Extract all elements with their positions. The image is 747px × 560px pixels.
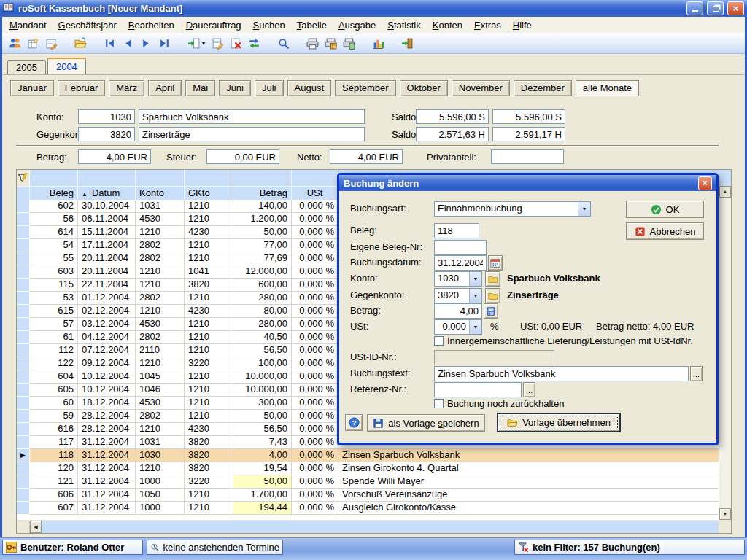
table-row-beleg-607[interactable]: 60731.12.200410001210194,440,000 %Ausgle… xyxy=(17,502,719,515)
betrag-field[interactable] xyxy=(78,149,151,164)
help-button[interactable]: ? xyxy=(345,414,363,431)
row-selector[interactable] xyxy=(17,226,30,239)
filter-cell-konto[interactable] xyxy=(136,170,185,186)
chevron-down-icon[interactable]: ▼ xyxy=(578,202,590,216)
restore-button[interactable] xyxy=(707,1,724,15)
dialog-betrag-field[interactable] xyxy=(434,303,482,319)
month-oktober[interactable]: Oktober xyxy=(400,80,448,96)
menu-tabelle[interactable]: Tabelle xyxy=(291,18,333,32)
chevron-down-icon[interactable]: ▼ xyxy=(469,289,481,303)
ust-combo[interactable]: 0,000 ▼ xyxy=(434,319,482,335)
nav-last-icon[interactable] xyxy=(155,35,174,52)
form-edit-icon[interactable] xyxy=(42,35,61,52)
dialog-gegenkonto-combo[interactable]: 3820 ▼ xyxy=(434,288,482,303)
row-selector[interactable] xyxy=(17,252,30,265)
row-selector[interactable] xyxy=(17,344,30,357)
scrollbar-track[interactable] xyxy=(42,521,719,533)
print-list-icon[interactable] xyxy=(322,35,340,52)
menu-ausgabe[interactable]: Ausgabe xyxy=(333,18,382,32)
column-header-betrag[interactable]: Betrag xyxy=(233,187,292,200)
table-row-beleg-606[interactable]: 60631.12.2004105012101.700,000,000 %Vors… xyxy=(17,489,719,502)
minimize-button[interactable] xyxy=(686,1,703,15)
dialog-close-icon[interactable]: × xyxy=(698,176,712,190)
close-button[interactable]: × xyxy=(727,1,744,15)
table-horizontal-scrollbar[interactable]: ◀ ▶ xyxy=(17,520,731,533)
month-alle-monate[interactable]: alle Monate xyxy=(576,80,639,96)
table-row-beleg-118[interactable]: ▶11831.12.2004103038204,000,000 %Zinsen … xyxy=(17,449,719,462)
ok-button[interactable]: OK xyxy=(626,201,704,218)
filter-cell-ust[interactable] xyxy=(292,170,338,186)
konto-name-field[interactable] xyxy=(139,109,365,124)
table-row-beleg-121[interactable]: 12131.12.20041000322050,000,000 %Spende … xyxy=(17,475,719,489)
innergemeinschaftlich-checkbox[interactable] xyxy=(434,336,444,346)
column-header-gkto[interactable]: GKto xyxy=(185,187,233,200)
vorlage-uebernehmen-button[interactable]: Vorlage übernehmen xyxy=(497,413,621,432)
record-edit-icon[interactable] xyxy=(209,35,227,52)
gegenkonto-name-field[interactable] xyxy=(139,127,365,141)
record-refresh-icon[interactable] xyxy=(245,35,263,52)
referenz-ellipsis-button[interactable]: ... xyxy=(523,382,535,397)
menu-mandant[interactable]: Mandant xyxy=(4,18,53,32)
menu-dauerauftrag[interactable]: Dauerauftrag xyxy=(180,18,247,32)
nav-next-icon[interactable] xyxy=(137,35,155,52)
menu-geschaftsjahr[interactable]: Geschäftsjahr xyxy=(53,18,123,32)
scroll-left-arrow[interactable]: ◀ xyxy=(30,521,42,533)
print-form-icon[interactable] xyxy=(340,35,358,52)
month-april[interactable]: April xyxy=(148,80,182,96)
buchungsdatum-field[interactable] xyxy=(434,255,487,271)
row-selector[interactable] xyxy=(17,331,30,344)
row-selector[interactable] xyxy=(17,436,30,449)
record-delete-icon[interactable] xyxy=(227,35,245,52)
referenz-field[interactable] xyxy=(434,382,522,397)
filter-cell-datum[interactable] xyxy=(78,170,136,186)
row-selector[interactable] xyxy=(17,279,30,292)
column-header-ust[interactable]: USt xyxy=(292,187,338,200)
column-header-konto[interactable]: Konto xyxy=(136,187,185,200)
als-vorlage-speichern-button[interactable]: als Vorlage speichern xyxy=(367,414,485,432)
tab-2005[interactable]: 2005 xyxy=(7,60,46,75)
chart-icon[interactable] xyxy=(369,35,387,52)
abbrechen-button[interactable]: Abbrechen xyxy=(626,222,704,240)
filter-cell-betrag[interactable] xyxy=(233,170,292,186)
record-insert-caret-icon[interactable]: ▼ xyxy=(201,40,206,47)
row-selector[interactable] xyxy=(17,489,30,502)
menu-suchen[interactable]: Suchen xyxy=(247,18,291,32)
exit-icon[interactable] xyxy=(398,35,417,52)
row-selector[interactable] xyxy=(17,213,30,226)
filter-lightning-icon[interactable] xyxy=(17,170,30,186)
table-vertical-scrollbar[interactable]: ▲ ▼ xyxy=(719,186,731,520)
month-mai[interactable]: Mai xyxy=(185,80,215,96)
scroll-up-arrow[interactable]: ▲ xyxy=(719,186,731,198)
folder-open-icon[interactable] xyxy=(71,35,90,52)
month-august[interactable]: August xyxy=(287,80,331,96)
row-selector[interactable] xyxy=(17,502,30,515)
menu-konten[interactable]: Konten xyxy=(427,18,468,32)
month-juni[interactable]: Juni xyxy=(219,80,251,96)
beleg-field[interactable] xyxy=(434,223,479,238)
mandanten-users-icon[interactable] xyxy=(6,35,24,52)
row-selector[interactable] xyxy=(17,292,30,305)
month-juli[interactable]: Juli xyxy=(255,80,284,96)
row-selector[interactable] xyxy=(17,384,30,397)
row-selector[interactable] xyxy=(17,265,30,279)
calculator-icon[interactable] xyxy=(484,303,498,319)
row-selector[interactable] xyxy=(17,357,30,370)
gegenkonto-folder-icon[interactable] xyxy=(485,288,500,303)
row-selector[interactable] xyxy=(17,239,30,252)
month-november[interactable]: November xyxy=(452,80,510,96)
buchungsart-combo[interactable]: Einnahmenbuchung ▼ xyxy=(434,201,591,217)
dialog-konto-combo[interactable]: 1030 ▼ xyxy=(434,271,482,287)
gegenkonto-number-field[interactable] xyxy=(78,127,135,141)
menu-bearbeiten[interactable]: Bearbeiten xyxy=(123,18,180,32)
month-januar[interactable]: Januar xyxy=(10,80,54,96)
netto-field[interactable] xyxy=(330,149,403,164)
menu-statistik[interactable]: Statistik xyxy=(382,18,427,32)
row-selector[interactable] xyxy=(17,200,30,213)
zurueckhalten-checkbox[interactable] xyxy=(434,399,444,408)
nav-first-icon[interactable] xyxy=(101,35,119,52)
menu-extras[interactable]: Extras xyxy=(468,18,507,32)
table-row-beleg-120[interactable]: 12031.12.20041210382019,540,000 %Zinsen … xyxy=(17,462,719,475)
print-icon[interactable] xyxy=(303,35,322,52)
filter-cell-gkto[interactable] xyxy=(185,170,233,186)
chevron-down-icon[interactable]: ▼ xyxy=(469,320,481,334)
